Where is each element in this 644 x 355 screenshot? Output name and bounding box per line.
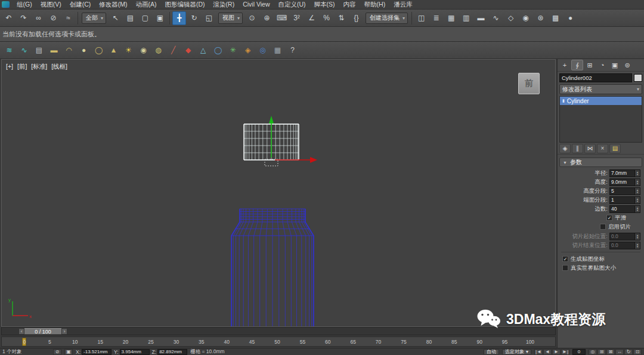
menu-item[interactable]: 脚本(S) [310,0,339,9]
select-and-manipulate-icon[interactable]: ⊕ [260,11,274,25]
pan-icon[interactable]: ↔ [615,349,624,355]
selection-region-icon[interactable]: ▢ [138,11,152,25]
param-field[interactable]: 7.0mm ▴▾ [609,169,640,177]
viewport-front[interactable]: [+][前][标准][线框] 前 x y [1,59,556,327]
flask-tool-icon[interactable]: △ [196,44,210,57]
menu-item[interactable]: 修改器(M) [95,0,131,9]
viewport-menu-shading[interactable]: [线框] [51,63,67,71]
remove-modifier-icon[interactable]: × [597,144,608,153]
schematic-view-icon[interactable]: ◇ [504,11,518,25]
select-and-move-icon[interactable]: ╋ [172,11,186,25]
redo-icon[interactable]: ↷ [17,11,30,25]
menu-item[interactable]: 潘云库 [389,0,417,9]
menu-item[interactable]: 组(G) [13,0,36,9]
pin-stack-icon[interactable]: ◈ [559,144,571,153]
menu-item[interactable]: 动画(A) [132,0,161,9]
snap-toggle-icon[interactable]: 3² [290,11,304,25]
select-by-name-icon[interactable]: ▤ [123,11,137,25]
rendered-frame-icon[interactable]: ▩ [549,11,562,25]
render-setup-icon[interactable]: ⊛ [534,11,547,25]
spinner-arrows[interactable]: ▴▾ [634,197,640,203]
use-pivot-center-icon[interactable]: ⊙ [245,11,259,25]
trackbar[interactable]: 0510152025303540455055606570758085909510… [1,337,556,347]
previous-frame-arrow[interactable]: ‹ [18,328,24,335]
viewport-menu-preset[interactable]: [标准] [31,63,47,71]
dome-tool-icon[interactable]: ◠ [62,44,76,57]
param-field[interactable]: 5 ▴▾ [609,187,640,195]
time-slider[interactable]: ‹ 0 / 100 › [1,327,556,335]
generate-mapping-coords-checkbox[interactable]: ✓ [562,256,568,262]
previous-frame-icon[interactable]: ◄ [543,349,552,355]
help-tool-icon[interactable]: ? [286,44,299,57]
param-field[interactable]: 40 ▴▾ [609,205,640,213]
modifier-stack[interactable]: ▮ Cylinder [559,96,642,143]
modifier-list-dropdown[interactable]: 修改器列表 ▾ [559,84,642,94]
menu-item[interactable]: 视图(V) [36,0,66,9]
cone-tool-icon[interactable]: ▲ [107,44,120,57]
spinner-snap-icon[interactable]: ⇅ [335,11,348,25]
circle-tool-icon[interactable]: ◯ [92,44,106,57]
coordinate-value[interactable]: 82.892mm [157,349,187,355]
slab-tool-icon[interactable]: ▬ [47,44,61,57]
mirror-icon[interactable]: ◫ [414,11,428,25]
modify-tab[interactable]: ∮ [571,60,583,70]
y-coordinate-field[interactable]: Y: 3.954mm [114,349,150,355]
maximize-viewport-icon[interactable]: ⊡ [633,349,642,355]
grid-tool-icon[interactable]: ▦ [271,44,284,57]
undo-icon[interactable]: ↶ [2,11,16,25]
spinner-arrows[interactable]: ▴▾ [634,206,640,212]
menu-item[interactable]: 自定义(U) [274,0,309,9]
menu-item[interactable]: 内容 [339,0,360,9]
burst-tool-icon[interactable]: ✳ [226,44,240,57]
spinner-arrows[interactable]: ▴▾ [634,179,640,186]
zoom-all-icon[interactable]: ⊞ [597,349,606,355]
menu-item[interactable]: 帮助(H) [360,0,390,9]
x-coordinate-field[interactable]: X: -13.521mm [76,349,112,355]
configure-modifier-sets-icon[interactable]: ▤ [609,144,621,153]
selection-filter-dropdown[interactable]: 全部 ▾ [82,13,106,24]
select-and-link-icon[interactable]: ∞ [32,11,45,25]
go-to-start-icon[interactable]: |◄ [534,349,543,355]
panel-tool-icon[interactable]: ▤ [32,44,46,57]
curve-editor-icon[interactable]: ∿ [489,11,503,25]
pin-tool-icon[interactable]: ◆ [181,44,195,57]
select-and-rotate-icon[interactable]: ↻ [187,11,201,25]
align-icon[interactable]: ≣ [429,11,443,25]
hierarchy-tab[interactable]: ⊞ [584,60,596,70]
viewcube-front-face[interactable]: 前 [518,73,540,94]
bind-to-spacewarp-icon[interactable]: ≈ [61,11,75,25]
zoom-extents-icon[interactable]: ⊠ [606,349,615,355]
make-unique-icon[interactable]: ⋈ [584,144,596,153]
motion-tab[interactable]: ◔ [596,60,608,70]
select-and-scale-icon[interactable]: ◱ [202,11,216,25]
modifier-stack-item-cylinder[interactable]: ▮ Cylinder [560,97,642,105]
orbit-icon[interactable]: ↻ [624,349,633,355]
gem-tool-icon[interactable]: ◈ [241,44,255,57]
spinner-arrows[interactable]: ▴▾ [634,170,640,177]
angle-snap-icon[interactable]: ∠ [305,11,318,25]
edit-named-sets-icon[interactable]: {} [349,11,363,25]
selected-filter-dropdown[interactable]: 选定对象 ▾ [502,349,531,355]
play-icon[interactable]: ► [552,349,561,355]
ribbon-toggle-icon[interactable]: ▬ [474,11,488,25]
named-selection-sets-dropdown[interactable]: 创建选择集 ▾ [366,13,408,24]
create-tab[interactable]: + [559,60,571,70]
parameters-rollout-header[interactable]: ▼ 参数 [559,158,642,167]
disc-tool-icon[interactable]: ◍ [151,44,165,57]
absolute-mode-icon[interactable]: ▣ [64,349,73,355]
display-tab[interactable]: ▣ [609,60,621,70]
layer-manager-icon[interactable]: ▦ [444,11,458,25]
z-coordinate-field[interactable]: Z: 82.892mm [152,349,188,355]
material-editor-icon[interactable]: ◉ [519,11,532,25]
utilities-tab[interactable]: ⊚ [621,60,633,70]
current-frame-field[interactable]: 0 [572,349,586,355]
show-end-result-icon[interactable]: ∥ [572,144,583,153]
select-object-icon[interactable]: ↖ [109,11,122,25]
menu-item[interactable]: 创建(C) [66,0,95,9]
next-frame-arrow[interactable]: › [61,328,67,335]
globe-tool-icon[interactable]: ◯ [211,44,225,57]
render-icon[interactable]: ● [564,11,577,25]
sun-tool-icon[interactable]: ☀ [122,44,135,57]
pen-tool-icon[interactable]: ╱ [166,44,180,57]
smooth-checkbox[interactable]: ✓ [606,215,612,221]
